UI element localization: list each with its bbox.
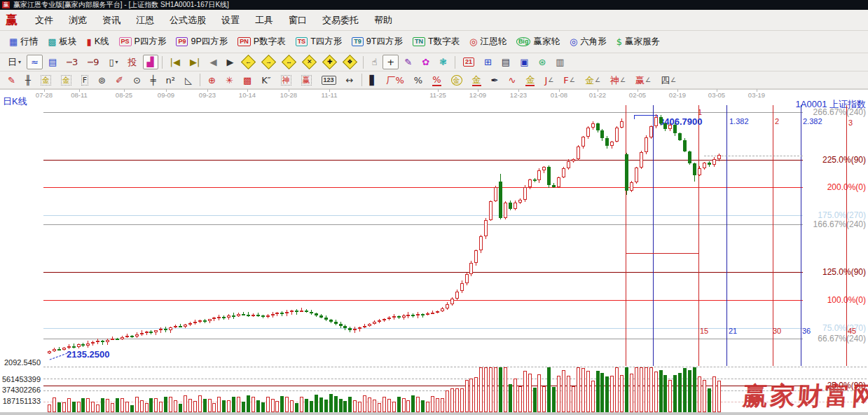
sectors-button[interactable]: ▩板块 xyxy=(43,34,81,50)
winner-service-button[interactable]: $赢家服务 xyxy=(612,34,664,50)
wave-a-button[interactable]: ∿ xyxy=(504,73,520,88)
gann-diamond-right-button[interactable]: → xyxy=(259,55,278,69)
brush-button[interactable]: ✐ xyxy=(111,73,128,88)
j-angle-button[interactable]: J∠ xyxy=(540,73,558,88)
gold-circle-button[interactable]: 金 xyxy=(447,73,467,88)
stat-bars-button[interactable]: ▋ xyxy=(366,73,381,88)
gann-diamond-plus-button[interactable]: ✚ xyxy=(320,55,339,69)
time-scale-button[interactable]: ╪ xyxy=(146,73,160,88)
layout-button[interactable]: 日▾ xyxy=(4,55,25,69)
candle-body xyxy=(300,311,303,312)
ink-brush-button[interactable]: ✒ xyxy=(487,73,503,88)
candle-style-button[interactable]: ▯▾ xyxy=(104,55,122,69)
si-angle-button[interactable]: 四∠ xyxy=(656,73,680,88)
t-square-button[interactable]: TST四方形 xyxy=(291,34,347,50)
angle-icon: ∠ xyxy=(670,76,676,83)
measure-button[interactable]: ✎ xyxy=(400,55,416,69)
strength-pct-button[interactable]: 厂% xyxy=(383,73,408,88)
target-button-icon: ⊕ xyxy=(208,75,216,86)
t-number-button[interactable]: TNT数字表 xyxy=(408,34,464,50)
kline-button[interactable]: ▮K线 xyxy=(83,34,113,50)
p-number-button[interactable]: PNP数字表 xyxy=(233,34,289,50)
ying-grid-button[interactable]: 赢 xyxy=(297,73,316,88)
gann-diamond-left-button[interactable]: ← xyxy=(239,55,258,69)
print-button[interactable]: ▥ xyxy=(551,55,568,69)
menu-item-2[interactable]: 资讯 xyxy=(95,11,128,29)
candle-body xyxy=(120,337,124,339)
indicator-3-button[interactable]: ┉3 xyxy=(62,55,82,69)
menu-item-9[interactable]: 帮助 xyxy=(366,11,400,29)
horizontal-scrollbar[interactable] xyxy=(0,412,868,415)
price-scale-button[interactable]: ╫ xyxy=(21,73,35,88)
volume-bar xyxy=(159,402,163,412)
star-web-button[interactable]: ✳ xyxy=(221,73,237,88)
volume-bar xyxy=(343,401,347,412)
gold-line-button[interactable]: 金 xyxy=(468,72,485,88)
menu-item-3[interactable]: 江恩 xyxy=(128,11,162,29)
volume-bar xyxy=(431,396,434,412)
square-web-button[interactable]: ▩ xyxy=(239,73,256,88)
report-button[interactable]: 投 xyxy=(124,55,142,69)
gann-diamond-star-button[interactable]: ❖ xyxy=(340,55,359,69)
f-grid-button[interactable]: F xyxy=(77,73,92,88)
menu-item-7[interactable]: 窗口 xyxy=(281,11,315,29)
span-arrows-button[interactable]: ↔ xyxy=(342,73,358,88)
last-bar-button[interactable]: ▶| xyxy=(186,55,204,69)
menu-item-4[interactable]: 公式选股 xyxy=(162,11,214,29)
percent-line-button[interactable]: % xyxy=(428,72,445,88)
k-doubleline-button[interactable]: K″ xyxy=(257,73,275,88)
indicator-9-button[interactable]: ┉9 xyxy=(83,55,103,69)
chart-canvas[interactable]: 日K线 1A0001 上证指数 07-2808-1108-2509-0909-2… xyxy=(0,89,868,415)
hexagon-button[interactable]: ◎六角形 xyxy=(565,34,611,50)
notepad-button[interactable]: ▤ xyxy=(497,55,514,69)
flower-tool-button[interactable]: ✿ xyxy=(418,55,434,69)
menu-item-5[interactable]: 设置 xyxy=(214,11,247,29)
calculator-button[interactable]: ⊞ xyxy=(480,55,496,69)
gann-circle-button[interactable]: ⊙ xyxy=(129,73,145,88)
knot-tool-button[interactable]: ❃ xyxy=(435,55,451,69)
f-angle-button[interactable]: F∠ xyxy=(559,73,579,88)
gold-circle-button-icon: 金 xyxy=(451,75,462,86)
menu-item-1[interactable]: 浏览 xyxy=(61,11,95,29)
crosshair-button[interactable]: + xyxy=(383,55,399,69)
percent-button[interactable]: % xyxy=(410,73,427,88)
gold-grid2-button[interactable]: 金 xyxy=(57,73,76,88)
first-bar-button[interactable]: |◀ xyxy=(166,55,184,69)
prev-bar-button[interactable]: ◀ xyxy=(205,55,221,69)
p9-square-button[interactable]: P99P四方形 xyxy=(172,34,232,50)
menu-item-8[interactable]: 交易委托 xyxy=(315,11,366,29)
winner-wheel-button[interactable]: Big赢家轮 xyxy=(512,34,564,50)
angle-icon: ∠ xyxy=(570,76,575,83)
gann-diamond-h-button[interactable]: ↔ xyxy=(280,55,298,69)
histogram-button[interactable]: ▟ xyxy=(143,55,158,69)
next-bar-button[interactable]: ▶ xyxy=(222,55,237,69)
candle-body xyxy=(489,201,492,220)
curve-chart-button[interactable]: ≈ xyxy=(27,55,43,69)
gann-wheel-button[interactable]: ◎江恩轮 xyxy=(465,34,511,50)
shen-grid-button[interactable]: 神 xyxy=(277,73,296,88)
gold-line2-button[interactable]: 金 xyxy=(521,72,539,88)
draw-pen-button[interactable]: ✎ xyxy=(4,73,20,88)
target-button[interactable]: ⊕ xyxy=(204,73,220,88)
pan-hand-button[interactable]: ☝ xyxy=(367,55,381,69)
menu-item-0[interactable]: 文件 xyxy=(27,11,61,29)
spiral-button[interactable]: ⊚ xyxy=(94,73,110,88)
gann-diamond-x-button[interactable]: ✕ xyxy=(300,55,319,69)
volume-bar xyxy=(698,376,701,412)
gold-angle-button[interactable]: 金∠ xyxy=(581,73,605,88)
title-bar: 赢 赢家江恩专业版[赢家内部服务平台] - [上证指数 SH1A0001-167… xyxy=(0,0,868,10)
p-square-button[interactable]: PSP四方形 xyxy=(115,34,171,50)
quotes-button[interactable]: ▦行情 xyxy=(5,34,42,50)
n-square-button[interactable]: n² xyxy=(162,73,179,88)
world-clock-button[interactable]: ⊛ xyxy=(534,55,550,69)
shen-angle-button[interactable]: 神∠ xyxy=(606,73,630,88)
t9-square-button[interactable]: T99T四方形 xyxy=(347,34,407,50)
menu-item-6[interactable]: 工具 xyxy=(247,11,281,29)
angle-ruler-button[interactable]: ◺ xyxy=(181,73,196,88)
ying-angle-button[interactable]: 赢∠ xyxy=(631,73,655,88)
info-doc-button[interactable]: ▤ xyxy=(44,55,61,69)
gold-grid-button[interactable]: 金 xyxy=(36,73,55,88)
calendar-button[interactable]: 21 xyxy=(459,55,478,69)
grid-123-button[interactable]: 123 xyxy=(317,74,340,87)
save-button[interactable]: ▣ xyxy=(516,55,532,69)
